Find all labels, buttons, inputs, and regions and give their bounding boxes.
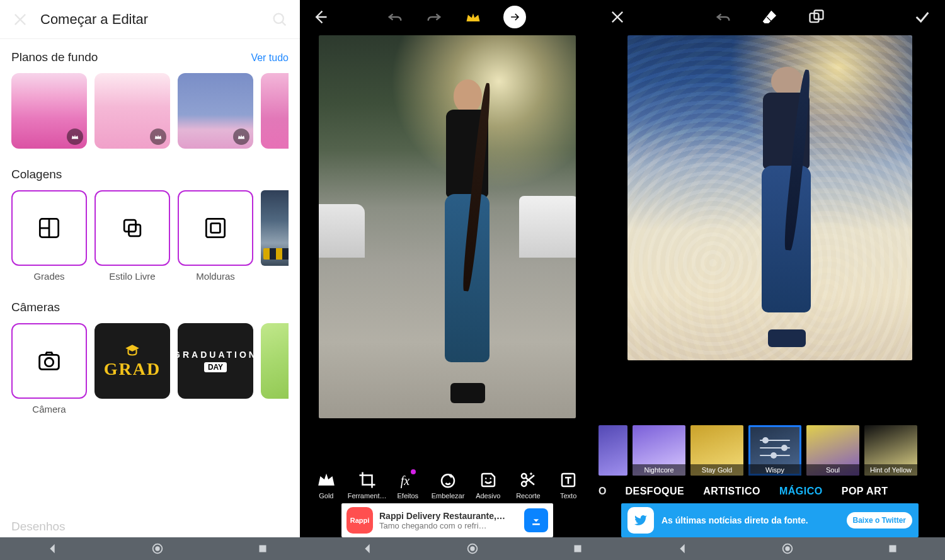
screen-start-editing: Começar a Editar Planos de fundo Ver tud… bbox=[0, 0, 300, 537]
background-thumb[interactable] bbox=[261, 73, 289, 149]
nav-back-icon[interactable] bbox=[360, 542, 374, 556]
tool-tools[interactable]: Ferrament… bbox=[348, 471, 387, 500]
background-thumb[interactable] bbox=[94, 73, 170, 149]
filter-thumb[interactable]: Stay Gold bbox=[690, 425, 743, 476]
filter-name: Wispy bbox=[748, 464, 801, 476]
photo-canvas[interactable] bbox=[319, 35, 576, 418]
svg-rect-2 bbox=[124, 220, 135, 231]
category-tab-active[interactable]: MÁGICO bbox=[779, 486, 823, 497]
editor-topbar bbox=[300, 0, 595, 34]
collage-frames[interactable] bbox=[178, 190, 253, 266]
undo-icon[interactable] bbox=[386, 8, 404, 26]
tool-label: Adesivo bbox=[476, 492, 500, 500]
tool-effects[interactable]: fx Efeitos bbox=[389, 471, 427, 500]
section-collages: Colagens Grades Estilo Livre bbox=[11, 168, 289, 282]
svg-point-24 bbox=[785, 546, 789, 551]
face-icon bbox=[438, 471, 457, 489]
camera-open[interactable] bbox=[11, 323, 87, 399]
tool-label: Embelezar bbox=[432, 492, 465, 500]
template-grad[interactable]: GRAD bbox=[94, 323, 170, 399]
category-tab-partial[interactable]: O bbox=[595, 486, 606, 497]
see-all-link[interactable]: Ver tudo bbox=[251, 52, 289, 64]
effect-categories: O DESFOQUE ARTISTICO MÁGICO POP ART bbox=[595, 478, 945, 501]
filter-name: Soul bbox=[806, 464, 859, 476]
svg-rect-25 bbox=[889, 546, 896, 552]
collage-label: Grades bbox=[11, 271, 87, 282]
ad-banner[interactable]: As últimas notícias direto da fonte. Bai… bbox=[621, 503, 919, 537]
filter-thumb[interactable]: Hint of Yellow bbox=[864, 425, 917, 476]
filter-thumb[interactable]: Soul bbox=[806, 425, 859, 476]
filter-name: Stay Gold bbox=[690, 464, 743, 476]
collage-freestyle[interactable] bbox=[94, 190, 170, 266]
nav-recent-icon[interactable] bbox=[256, 542, 270, 556]
section-backgrounds: Planos de fundo Ver tudo bbox=[11, 50, 289, 149]
tool-label: Gold bbox=[319, 492, 333, 500]
filter-name: Nightcore bbox=[633, 464, 685, 476]
tool-beautify[interactable]: Embelezar bbox=[429, 471, 467, 500]
ad-banner[interactable]: Rappi Rappi Delivery Restaurante,… Tamo … bbox=[341, 503, 553, 537]
nav-home-icon[interactable] bbox=[781, 542, 794, 556]
filter-thumb[interactable] bbox=[598, 425, 627, 476]
editor-toolbar: Gold Ferrament… fx Efeitos Embelezar Ade… bbox=[300, 468, 595, 503]
page-title: Começar a Editar bbox=[40, 11, 260, 28]
header: Começar a Editar bbox=[0, 0, 300, 39]
premium-crown-icon[interactable] bbox=[464, 8, 482, 26]
compare-icon[interactable] bbox=[808, 8, 825, 26]
svg-rect-19 bbox=[259, 546, 266, 552]
tool-text[interactable]: Texto bbox=[549, 471, 587, 500]
tool-gold[interactable]: Gold bbox=[307, 471, 345, 500]
nav-back-icon[interactable] bbox=[675, 542, 689, 556]
content-body: Planos de fundo Ver tudo bbox=[0, 39, 300, 516]
nav-back-icon[interactable] bbox=[45, 542, 59, 556]
tool-label: Efeitos bbox=[397, 492, 418, 500]
svg-point-21 bbox=[470, 546, 474, 551]
redo-icon[interactable] bbox=[425, 8, 443, 26]
back-arrow-icon[interactable] bbox=[311, 8, 329, 26]
background-thumb[interactable] bbox=[178, 73, 253, 149]
download-icon[interactable] bbox=[524, 508, 548, 532]
premium-crown-icon bbox=[67, 129, 83, 145]
svg-rect-5 bbox=[211, 224, 220, 233]
ad-cta-button[interactable]: Baixe o Twitter bbox=[847, 512, 912, 529]
filter-thumb-selected[interactable]: Wispy bbox=[748, 425, 801, 476]
tool-label: Ferrament… bbox=[348, 492, 387, 500]
template-flowers[interactable] bbox=[261, 323, 289, 399]
close-icon[interactable] bbox=[609, 8, 626, 26]
svg-rect-4 bbox=[206, 219, 224, 237]
category-tab[interactable]: ARTISTICO bbox=[703, 486, 760, 497]
section-title: Câmeras bbox=[11, 300, 60, 314]
category-tab[interactable]: DESFOQUE bbox=[625, 486, 684, 497]
background-thumb[interactable] bbox=[11, 73, 87, 149]
eraser-icon[interactable] bbox=[761, 8, 779, 26]
premium-crown-icon bbox=[233, 129, 249, 145]
tool-sticker[interactable]: Adesivo bbox=[469, 471, 507, 500]
undo-icon[interactable] bbox=[714, 8, 732, 26]
nav-recent-icon[interactable] bbox=[571, 542, 585, 556]
ad-app-icon: Rappi bbox=[346, 507, 373, 534]
template-graduation-day[interactable]: GRADUATION DAY bbox=[178, 323, 253, 399]
collage-grids[interactable] bbox=[11, 190, 87, 266]
nav-home-icon[interactable] bbox=[466, 542, 479, 556]
apply-check-icon[interactable] bbox=[914, 8, 931, 26]
template-label: DAY bbox=[204, 362, 227, 372]
svg-point-7 bbox=[45, 358, 53, 366]
search-icon[interactable] bbox=[271, 11, 289, 28]
ad-text: As últimas notícias direto da fonte. bbox=[662, 515, 839, 526]
filter-name: Hint of Yellow bbox=[864, 464, 917, 476]
close-icon[interactable] bbox=[11, 11, 29, 28]
android-nav-strip bbox=[0, 537, 945, 560]
collage-preview-thumb[interactable] bbox=[261, 190, 289, 266]
sticker-icon bbox=[479, 471, 498, 489]
svg-rect-22 bbox=[574, 546, 581, 552]
collage-label: Estilo Livre bbox=[94, 271, 170, 282]
tool-cutout[interactable]: Recorte bbox=[510, 471, 547, 500]
next-arrow-button[interactable] bbox=[503, 6, 526, 28]
category-tab[interactable]: POP ART bbox=[842, 486, 888, 497]
section-title: Colagens bbox=[11, 168, 62, 181]
section-title: Planos de fundo bbox=[11, 50, 98, 64]
nav-recent-icon[interactable] bbox=[886, 542, 900, 556]
nav-home-icon[interactable] bbox=[151, 542, 164, 556]
filter-thumb[interactable]: Nightcore bbox=[633, 425, 685, 476]
photo-canvas[interactable] bbox=[627, 35, 912, 360]
template-label: GRADUATION bbox=[173, 350, 258, 360]
